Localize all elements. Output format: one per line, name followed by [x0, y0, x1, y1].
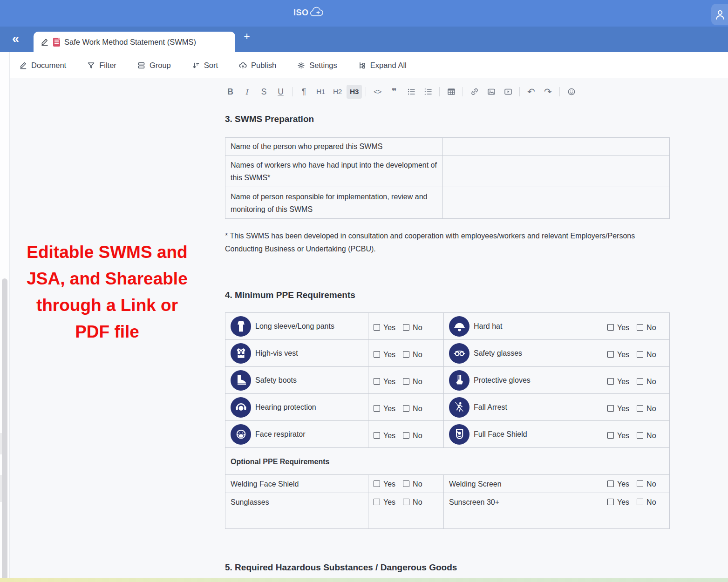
user-account-button[interactable]	[711, 4, 728, 25]
no-checkbox[interactable]	[637, 405, 643, 412]
paragraph-button[interactable]: ¶	[296, 85, 312, 99]
empty-cell[interactable]	[368, 511, 444, 529]
bold-button[interactable]: B	[223, 85, 238, 99]
no-checkbox[interactable]	[637, 378, 643, 385]
no-checkbox[interactable]	[403, 432, 409, 439]
person-icon	[715, 9, 725, 20]
document-file-icon	[53, 38, 60, 47]
menu-label: Filter	[99, 61, 116, 70]
yes-label: Yes	[617, 351, 629, 359]
strikethrough-button[interactable]: S	[256, 85, 272, 99]
hearing-protection-icon	[231, 397, 251, 418]
no-label: No	[413, 480, 422, 488]
yes-no-cell: YesNo	[602, 340, 670, 367]
yes-checkbox[interactable]	[374, 499, 380, 505]
yes-checkbox[interactable]	[374, 405, 380, 412]
ppe-label: Safety glasses	[474, 347, 522, 359]
ppe-item-cell: Hard hat	[444, 313, 602, 340]
yes-checkbox[interactable]	[374, 351, 380, 358]
yes-checkbox[interactable]	[607, 378, 614, 385]
empty-cell[interactable]	[602, 511, 670, 529]
prep-answer-cell[interactable]	[443, 187, 670, 219]
table-icon	[447, 87, 456, 96]
yes-no-cell: YesNo	[368, 421, 444, 448]
bullet-list-button[interactable]	[403, 85, 419, 99]
ppe-item-cell: Sunglasses	[225, 493, 368, 511]
no-checkbox[interactable]	[403, 324, 409, 331]
bullet-list-icon	[407, 87, 416, 96]
toolbar-divider	[463, 87, 463, 96]
ppe-label: Protective gloves	[474, 374, 531, 386]
smiley-icon	[567, 87, 576, 96]
insert-image-button[interactable]	[483, 85, 499, 99]
italic-button[interactable]: I	[239, 85, 255, 99]
heading3-button[interactable]: H3	[347, 85, 362, 99]
ordered-list-button[interactable]	[420, 85, 435, 99]
yes-no-cell: YesNo	[602, 493, 670, 511]
yes-checkbox[interactable]	[607, 405, 614, 412]
no-checkbox[interactable]	[403, 480, 409, 487]
ppe-item-cell: Hearing protection	[225, 394, 368, 421]
insert-video-button[interactable]	[500, 85, 516, 99]
table-row	[225, 511, 670, 529]
no-checkbox[interactable]	[403, 378, 409, 385]
no-checkbox[interactable]	[637, 432, 643, 439]
yes-checkbox[interactable]	[607, 324, 614, 331]
ppe-item-cell: Welding Screen	[444, 475, 602, 493]
ppe-item-cell: Sunscreen 30+	[444, 493, 602, 511]
heading1-button[interactable]: H1	[313, 85, 328, 99]
prep-answer-cell[interactable]	[443, 138, 670, 156]
yes-checkbox[interactable]	[607, 480, 614, 487]
insert-table-button[interactable]	[443, 85, 459, 99]
new-tab-button[interactable]: +	[241, 30, 253, 43]
vertical-scrollbar[interactable]	[2, 278, 7, 580]
yes-checkbox[interactable]	[607, 351, 614, 358]
insert-link-button[interactable]	[467, 85, 482, 99]
no-checkbox[interactable]	[403, 351, 409, 358]
ppe-label: Hard hat	[474, 320, 502, 332]
menu-item-expand-all[interactable]: Expand All	[358, 61, 407, 70]
yes-checkbox[interactable]	[374, 480, 380, 487]
table-row: Face respirator YesNo Full Face Shield Y	[225, 421, 670, 448]
no-checkbox[interactable]	[637, 480, 643, 487]
no-checkbox[interactable]	[637, 324, 643, 331]
redo-button[interactable]: ↷	[540, 85, 556, 99]
menu-item-document[interactable]: Document	[19, 61, 66, 70]
yes-no-cell: YesNo	[602, 367, 670, 394]
empty-cell[interactable]	[225, 511, 368, 529]
swms-preparation-table: Name of the person who prepared this SWM…	[225, 137, 670, 219]
blockquote-button[interactable]: ❞	[387, 85, 402, 99]
tab-swms-document[interactable]: Safe Work Method Statement (SWMS)	[34, 32, 235, 52]
emoji-button[interactable]	[564, 85, 579, 99]
yes-checkbox[interactable]	[374, 432, 380, 439]
yes-checkbox[interactable]	[374, 378, 380, 385]
menu-item-settings[interactable]: Settings	[297, 61, 337, 70]
yes-no-cell: YesNo	[602, 421, 670, 448]
no-checkbox[interactable]	[403, 499, 409, 505]
table-row: Welding Face Shield YesNo Welding Screen…	[225, 475, 670, 493]
empty-cell[interactable]	[444, 511, 602, 529]
yes-checkbox[interactable]	[607, 499, 614, 505]
expand-all-tree-icon	[358, 61, 367, 70]
no-checkbox[interactable]	[403, 405, 409, 412]
top-app-bar: ISO	[0, 0, 728, 27]
menu-item-sort[interactable]: Sort	[191, 61, 218, 70]
heading2-button[interactable]: H2	[330, 85, 345, 99]
yes-checkbox[interactable]	[374, 324, 380, 331]
collapse-sidebar-button[interactable]: «	[12, 30, 19, 47]
code-button[interactable]: <>	[370, 85, 385, 99]
underline-button[interactable]: U	[273, 85, 288, 99]
menu-item-group[interactable]: Group	[137, 61, 171, 70]
no-checkbox[interactable]	[637, 499, 643, 505]
no-checkbox[interactable]	[637, 351, 643, 358]
fall-arrest-icon	[449, 397, 469, 418]
undo-button[interactable]: ↶	[524, 85, 539, 99]
optional-ppe-heading: Optional PPE Requirements	[225, 448, 670, 475]
link-icon	[470, 87, 479, 96]
yes-checkbox[interactable]	[607, 432, 614, 439]
ppe-item-cell: Safety glasses	[444, 340, 602, 367]
menu-item-publish[interactable]: Publish	[238, 61, 276, 70]
no-label: No	[413, 324, 422, 332]
prep-answer-cell[interactable]	[443, 156, 670, 187]
menu-item-filter[interactable]: Filter	[87, 61, 116, 70]
